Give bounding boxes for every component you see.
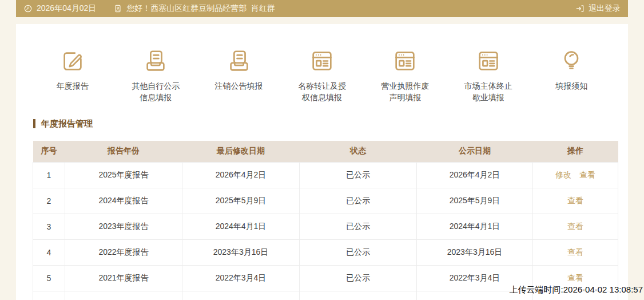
cell-status: 已公示 — [300, 266, 417, 291]
topbar: 2026年04月02日 您好！西塞山区红群豆制品经营部 肖红群 退出登录 — [16, 0, 628, 17]
nav-label: 其他自行公示信息填报 — [130, 80, 181, 104]
cell-published: 2024年4月1日 — [417, 214, 533, 240]
view-link[interactable]: 查看 — [579, 170, 595, 179]
nav-label: 年度报告 — [57, 80, 89, 92]
cell-seq: 1 — [33, 163, 65, 188]
col-header-actions: 操作 — [533, 141, 618, 163]
user-badge-icon — [113, 4, 122, 13]
nav-item-filing-instructions[interactable]: 填报须知 — [530, 48, 613, 104]
logout-button[interactable]: 退出登录 — [575, 3, 628, 14]
cell-year: 2022年度报告 — [65, 240, 182, 266]
section-title: 年度报告管理 — [41, 119, 93, 129]
col-header-seq: 序号 — [33, 141, 65, 163]
cell-modified: 2022年3月4日 — [182, 266, 300, 291]
cell-status: 已公示 — [300, 188, 417, 214]
cell-seq: 5 — [33, 266, 65, 291]
view-link[interactable]: 查看 — [567, 222, 583, 231]
nav-label: 注销公告填报 — [215, 80, 263, 92]
table-row: 3 2023年度报告 2024年4月1日 已公示 2024年4月1日 查看 — [33, 214, 618, 240]
nav-row: 年度报告 其他自行公示信息填报 注销公告填报 — [16, 24, 628, 104]
upload-time-overlay: 上传云端时间:2026-04-02 13:08:57 — [510, 285, 643, 295]
cell-year: 2024年度报告 — [65, 188, 182, 214]
cell-year: 2021年度报告 — [65, 266, 182, 291]
document-inbox-icon — [142, 48, 169, 74]
table-row: 4 2022年度报告 2023年3月16日 已公示 2023年3月16日 查看 — [33, 240, 618, 266]
cell-actions: 查看 — [533, 240, 618, 266]
edit-square-icon — [59, 48, 86, 74]
cell-seq: 2 — [33, 188, 65, 214]
nav-item-deregistration-notice[interactable]: 注销公告填报 — [197, 48, 280, 104]
section-head: 年度报告管理 — [33, 119, 628, 129]
cell-seq: 3 — [33, 214, 65, 240]
lightbulb-icon — [558, 48, 585, 74]
browser-window-icon — [309, 48, 335, 74]
col-header-modified: 最后修改日期 — [182, 141, 300, 163]
view-link[interactable]: 查看 — [567, 196, 583, 205]
view-link[interactable]: 查看 — [567, 273, 583, 282]
modify-link[interactable]: 修改 — [555, 170, 571, 179]
nav-item-name-transfer[interactable]: 名称转让及授权信息填报 — [280, 48, 363, 104]
cell-modified: 2025年5月9日 — [182, 188, 300, 214]
cell-actions: 查看 — [533, 214, 618, 240]
cell-actions: 查看 — [533, 188, 618, 214]
col-header-status: 状态 — [300, 141, 417, 163]
cell-status: 已公示 — [300, 163, 417, 188]
cell-published: 2026年4月2日 — [417, 163, 533, 188]
cell-modified: 2026年4月2日 — [182, 163, 300, 188]
table-row: 1 2025年度报告 2026年4月2日 已公示 2026年4月2日 修改查看 — [33, 163, 618, 188]
cell-status: 已公示 — [300, 214, 417, 240]
cell-published: 2023年3月16日 — [417, 240, 533, 266]
topbar-greeting: 您好！西塞山区红群豆制品经营部 肖红群 — [113, 3, 275, 14]
nav-item-other-disclosure[interactable]: 其他自行公示信息填报 — [114, 48, 197, 104]
table-header-row: 序号 报告年份 最后修改日期 状态 公示日期 操作 — [33, 141, 618, 163]
logout-icon — [575, 4, 585, 13]
annual-report-table: 序号 报告年份 最后修改日期 状态 公示日期 操作 1 2025年度报告 202… — [33, 141, 618, 300]
section-bar-icon — [33, 119, 35, 128]
cell-actions: 修改查看 — [533, 163, 618, 188]
col-header-published: 公示日期 — [417, 141, 533, 163]
table-row: 2 2024年度报告 2025年5月9日 已公示 2025年5月9日 查看 — [33, 188, 618, 214]
cell-seq: 4 — [33, 240, 65, 266]
greeting-text: 您好！西塞山区红群豆制品经营部 肖红群 — [126, 3, 275, 14]
col-header-year: 报告年份 — [65, 141, 182, 163]
nav-label: 填报须知 — [555, 80, 587, 92]
nav-label: 名称转让及授权信息填报 — [296, 80, 348, 104]
topbar-date: 2026年04月02日 — [37, 3, 96, 14]
cell-year: 2025年度报告 — [65, 163, 182, 188]
cell-modified: 2024年4月1日 — [182, 214, 300, 240]
document-inbox-icon — [226, 48, 252, 74]
nav-item-annual-report[interactable]: 年度报告 — [31, 48, 114, 104]
topbar-left: 2026年04月02日 您好！西塞山区红群豆制品经营部 肖红群 — [16, 3, 275, 14]
cell-modified: 2023年3月16日 — [182, 240, 300, 266]
main-card: 年度报告 其他自行公示信息填报 注销公告填报 — [16, 24, 628, 300]
page: { "topbar": { "date": "2026年04月02日", "gr… — [0, 0, 644, 300]
cell-status: 已公示 — [300, 240, 417, 266]
browser-window-icon — [475, 48, 502, 74]
nav-label: 市场主体终止歇业填报 — [463, 80, 514, 104]
cell-year: 2023年度报告 — [65, 214, 182, 240]
view-link[interactable]: 查看 — [567, 247, 583, 256]
clock-icon — [23, 4, 33, 13]
browser-window-icon — [392, 48, 418, 74]
nav-item-license-void[interactable]: 营业执照作废声明填报 — [364, 48, 447, 104]
cell-published: 2025年5月9日 — [417, 188, 533, 214]
nav-item-business-termination[interactable]: 市场主体终止歇业填报 — [447, 48, 530, 104]
logout-label: 退出登录 — [589, 3, 621, 14]
nav-label: 营业执照作废声明填报 — [379, 80, 431, 104]
